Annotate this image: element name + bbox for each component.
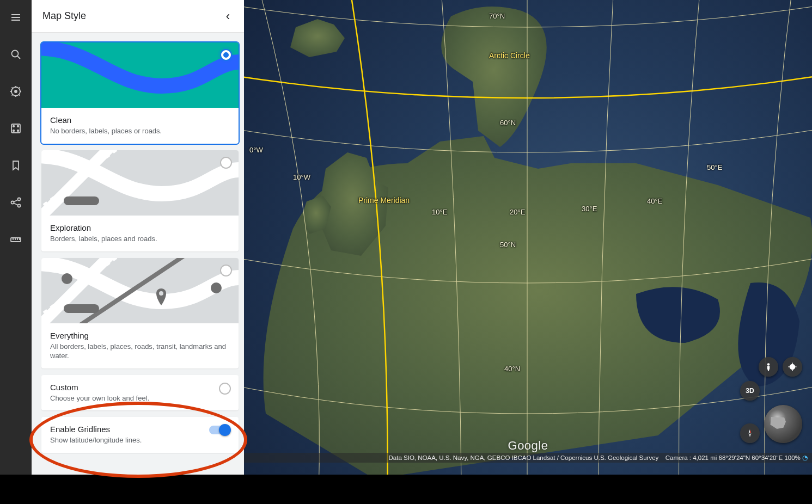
style-preview-clean	[41, 42, 239, 108]
panel-scroll[interactable]: Clean No borders, labels, places or road…	[32, 33, 244, 475]
style-title: Everything	[50, 331, 230, 340]
radio-everything[interactable]	[220, 265, 232, 276]
svg-point-7	[17, 130, 19, 132]
pegman-button[interactable]	[759, 357, 778, 377]
svg-marker-29	[749, 433, 752, 437]
style-option-exploration[interactable]: Exploration Borders, labels, places and …	[41, 150, 239, 251]
menu-button[interactable]	[5, 7, 27, 28]
compass-button[interactable]	[740, 423, 760, 443]
pegman-icon	[764, 362, 773, 372]
svg-rect-3	[11, 124, 20, 133]
custom-desc: Choose your own look and feel.	[50, 394, 230, 403]
style-preview-everything	[41, 258, 239, 323]
style-title: Clean	[50, 115, 230, 125]
dice-icon	[9, 122, 22, 135]
svg-point-26	[792, 366, 793, 367]
style-preview-exploration	[41, 150, 239, 216]
radio-custom[interactable]	[219, 383, 231, 395]
share-button[interactable]	[5, 192, 27, 213]
svg-point-13	[62, 273, 72, 284]
3d-label: 3D	[746, 387, 754, 395]
svg-point-4	[13, 126, 15, 127]
svg-point-2	[15, 90, 17, 93]
svg-point-6	[13, 130, 15, 132]
attribution-camera: Camera : 4,021 mi 68°29'24"N 60°34'20"E …	[666, 454, 801, 461]
map-canvas	[244, 0, 812, 475]
3d-toggle-button[interactable]: 3D	[740, 381, 760, 401]
gridlines-title: Enable Gridlines	[50, 425, 230, 434]
ruler-icon	[9, 233, 22, 246]
svg-rect-15	[64, 304, 99, 313]
map-style-panel: Map Style ‹ Clean No borders, labels, pl…	[32, 0, 244, 475]
attribution-data: Data SIO, NOAA, U.S. Navy, NGA, GEBCO IB…	[389, 454, 659, 461]
svg-point-0	[12, 51, 19, 57]
style-desc: No borders, labels, places or roads.	[50, 127, 230, 136]
panel-header: Map Style ‹	[32, 0, 244, 33]
style-option-clean[interactable]: Clean No borders, labels, places or road…	[41, 42, 239, 144]
my-places-button[interactable]	[5, 155, 27, 176]
globe-button[interactable]	[764, 405, 802, 443]
measure-button[interactable]	[5, 229, 27, 250]
feeling-lucky-button[interactable]	[5, 118, 27, 139]
enable-gridlines-card[interactable]: Enable Gridlines Show latitude/longitude…	[41, 417, 239, 453]
custom-title: Custom	[50, 383, 230, 392]
globe-icon	[764, 405, 802, 443]
svg-point-16	[159, 291, 163, 296]
style-title: Exploration	[50, 223, 230, 232]
share-icon	[9, 196, 22, 209]
radio-exploration[interactable]	[220, 157, 232, 169]
svg-point-14	[211, 282, 222, 293]
bookmark-icon	[9, 159, 22, 172]
search-icon	[9, 48, 22, 61]
style-option-custom[interactable]: Custom Choose your own look and feel.	[41, 375, 239, 411]
google-watermark: Google	[508, 439, 548, 453]
clean-preview-svg	[41, 42, 239, 108]
map-controls: 3D	[740, 357, 802, 443]
compass-icon	[745, 428, 755, 438]
hamburger-icon	[9, 11, 22, 24]
everything-preview-svg	[41, 258, 239, 323]
gridlines-desc: Show latitude/longitude lines.	[50, 436, 230, 445]
search-button[interactable]	[5, 44, 27, 65]
voyager-button[interactable]	[5, 81, 27, 102]
wheel-icon	[9, 85, 22, 98]
svg-point-24	[767, 363, 770, 366]
map-viewport[interactable]: 70°N 60°N 50°N 40°N 10°W 0°W 10°E 20°E 3…	[244, 0, 812, 475]
style-desc: All borders, labels, places, roads, tran…	[50, 342, 230, 361]
svg-marker-27	[750, 429, 752, 433]
style-option-everything[interactable]: Everything All borders, labels, places, …	[41, 258, 239, 368]
svg-point-5	[17, 126, 19, 127]
svg-rect-12	[64, 196, 99, 205]
chevron-left-icon: ‹	[226, 9, 230, 23]
svg-marker-28	[749, 429, 750, 433]
style-desc: Borders, labels, places and roads.	[50, 235, 230, 244]
exploration-preview-svg	[41, 150, 239, 216]
panel-collapse-button[interactable]: ‹	[223, 9, 233, 24]
gridlines-toggle[interactable]	[209, 426, 230, 434]
left-nav	[0, 0, 32, 475]
target-icon	[787, 362, 797, 372]
radio-clean[interactable]	[220, 49, 232, 61]
info-icon[interactable]: ◔	[802, 454, 808, 461]
my-location-button[interactable]	[783, 357, 802, 377]
attribution-bar: Data SIO, NOAA, U.S. Navy, NGA, GEBCO IB…	[244, 453, 812, 463]
panel-title: Map Style	[42, 10, 86, 22]
